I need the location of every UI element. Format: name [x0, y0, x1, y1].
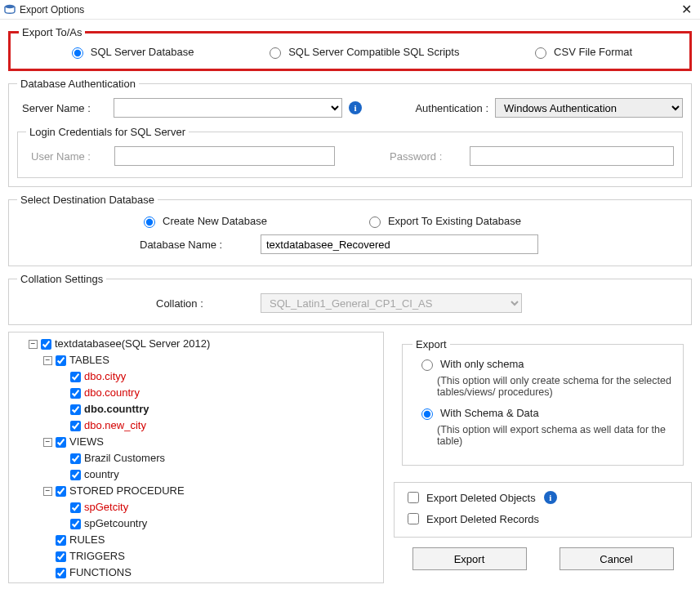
- database-authentication-group: Database Authentication Server Name : i …: [8, 78, 692, 187]
- tree-checkbox[interactable]: [56, 355, 66, 366]
- export-to-as-group: Export To/As SQL Server Database SQL Ser…: [8, 26, 692, 71]
- checkbox-label: Export Deleted Records: [426, 513, 539, 525]
- tree-root[interactable]: − textdatabasee(SQL Server 2012): [29, 336, 378, 352]
- radio-label: CSV File Format: [554, 46, 632, 58]
- radio-label: With only schema: [440, 358, 524, 370]
- tree-label: VIEWS: [69, 434, 104, 450]
- tree-item[interactable]: Brazil Customers: [58, 450, 378, 466]
- tree-checkbox[interactable]: [41, 339, 51, 350]
- radio-label: SQL Server Compatible SQL Scripts: [288, 46, 459, 58]
- tree-label: dbo.country: [84, 385, 140, 401]
- radio-label: SQL Server Database: [91, 46, 194, 58]
- destination-database-group: Select Destination Database Create New D…: [8, 194, 692, 266]
- info-icon[interactable]: i: [349, 101, 362, 114]
- tree-checkbox[interactable]: [70, 404, 81, 415]
- radio-sql-server-database[interactable]: SQL Server Database: [68, 45, 194, 59]
- password-label: Password :: [390, 150, 463, 163]
- tree-label: spGetcountry: [84, 515, 147, 532]
- collapse-icon[interactable]: −: [43, 487, 52, 496]
- username-label: User Name :: [26, 150, 108, 163]
- tree-checkbox[interactable]: [70, 388, 81, 399]
- collapse-icon[interactable]: −: [29, 340, 38, 349]
- close-icon[interactable]: ✕: [681, 2, 692, 17]
- authentication-label: Authentication :: [415, 102, 488, 114]
- title-bar: Export Options ✕: [0, 0, 700, 20]
- tree-item[interactable]: country: [58, 466, 378, 483]
- export-to-as-legend: Export To/As: [19, 26, 85, 38]
- radio-create-new-database[interactable]: Create New Database: [140, 214, 267, 228]
- server-name-select[interactable]: [114, 98, 342, 118]
- checkbox-label: Export Deleted Objects: [426, 492, 536, 504]
- radio-schema-only[interactable]: With only schema: [417, 357, 524, 371]
- collation-settings-group: Collation Settings Collation : SQL_Latin…: [8, 273, 692, 325]
- collapse-icon[interactable]: −: [43, 356, 52, 365]
- tree-checkbox[interactable]: [56, 437, 66, 448]
- schema-data-help: (This option will export schema as well …: [437, 424, 673, 447]
- login-legend: Login Credentials for SQL Server: [26, 126, 189, 138]
- tree-checkbox[interactable]: [56, 535, 66, 546]
- tree-item[interactable]: dbo.cityy: [58, 368, 378, 385]
- tree-checkbox[interactable]: [70, 519, 81, 529]
- password-field: [470, 146, 674, 166]
- tree-item[interactable]: dbo.country: [58, 385, 378, 401]
- deleted-options-group: Export Deleted Objects i Export Deleted …: [394, 482, 692, 538]
- db-auth-legend: Database Authentication: [17, 78, 139, 90]
- tree-label: TRIGGERS: [69, 548, 125, 565]
- tree-label: dbo.cityy: [84, 368, 126, 385]
- checkbox-export-deleted-records[interactable]: Export Deleted Records: [404, 511, 539, 527]
- radio-label: With Schema & Data: [440, 407, 539, 419]
- tree-label: dbo.counttry: [84, 401, 149, 417]
- radio-export-existing-database[interactable]: Export To Existing Database: [365, 214, 521, 228]
- checkbox-export-deleted-objects[interactable]: Export Deleted Objects: [404, 489, 536, 506]
- radio-schema-and-data[interactable]: With Schema & Data: [417, 406, 539, 420]
- tree-label: TABLES: [69, 352, 109, 368]
- tree-label: textdatabasee(SQL Server 2012): [55, 336, 210, 352]
- tree-checkbox[interactable]: [56, 568, 66, 578]
- tree-item[interactable]: dbo.new_city: [58, 417, 378, 434]
- database-name-field[interactable]: [261, 234, 538, 254]
- window-title: Export Options: [20, 4, 84, 16]
- svg-point-0: [5, 4, 15, 7]
- collation-label: Collation :: [156, 297, 254, 310]
- tree-checkbox[interactable]: [56, 551, 66, 562]
- username-field: [114, 146, 335, 166]
- radio-label: Export To Existing Database: [388, 215, 521, 227]
- app-icon: [3, 3, 16, 16]
- tree-label: spGetcity: [84, 499, 128, 515]
- tree-label: RULES: [69, 532, 105, 548]
- tree-group-tables[interactable]: − TABLES: [43, 352, 378, 368]
- schema-only-help: (This option will only create schema for…: [437, 375, 673, 398]
- export-opts-legend: Export: [412, 338, 450, 350]
- tree-item[interactable]: spGetcity: [58, 499, 378, 515]
- tree-group-triggers[interactable]: TRIGGERS: [43, 548, 378, 565]
- tree-label: FUNCTIONS: [69, 565, 132, 581]
- collation-legend: Collation Settings: [17, 273, 106, 285]
- radio-label: Create New Database: [163, 215, 267, 227]
- object-tree-panel[interactable]: − textdatabasee(SQL Server 2012) − TABLE…: [8, 332, 384, 583]
- tree-group-procedures[interactable]: − STORED PROCEDURE: [43, 483, 378, 499]
- collapse-icon[interactable]: −: [43, 438, 52, 447]
- tree-checkbox[interactable]: [70, 421, 81, 431]
- tree-item[interactable]: dbo.counttry: [58, 401, 378, 417]
- authentication-select[interactable]: Windows Authentication: [495, 98, 683, 118]
- tree-group-functions[interactable]: FUNCTIONS: [43, 565, 378, 581]
- export-options-group: Export With only schema (This option wil…: [402, 338, 684, 466]
- radio-sql-scripts[interactable]: SQL Server Compatible SQL Scripts: [265, 45, 459, 59]
- tree-checkbox[interactable]: [70, 372, 81, 382]
- database-name-label: Database Name :: [140, 239, 254, 251]
- tree-label: dbo.new_city: [84, 417, 146, 434]
- tree-label: STORED PROCEDURE: [69, 483, 185, 499]
- tree-item[interactable]: spGetcountry: [58, 515, 378, 532]
- tree-label: Brazil Customers: [84, 450, 165, 466]
- export-button[interactable]: Export: [412, 547, 527, 570]
- tree-checkbox[interactable]: [70, 470, 81, 480]
- info-icon[interactable]: i: [544, 491, 557, 504]
- tree-group-rules[interactable]: RULES: [43, 532, 378, 548]
- tree-checkbox[interactable]: [70, 502, 81, 513]
- radio-csv-format[interactable]: CSV File Format: [531, 45, 632, 59]
- login-credentials-group: Login Credentials for SQL Server User Na…: [17, 126, 683, 178]
- tree-checkbox[interactable]: [70, 453, 81, 464]
- tree-group-views[interactable]: − VIEWS: [43, 434, 378, 450]
- cancel-button[interactable]: Cancel: [560, 547, 674, 570]
- tree-checkbox[interactable]: [56, 486, 66, 497]
